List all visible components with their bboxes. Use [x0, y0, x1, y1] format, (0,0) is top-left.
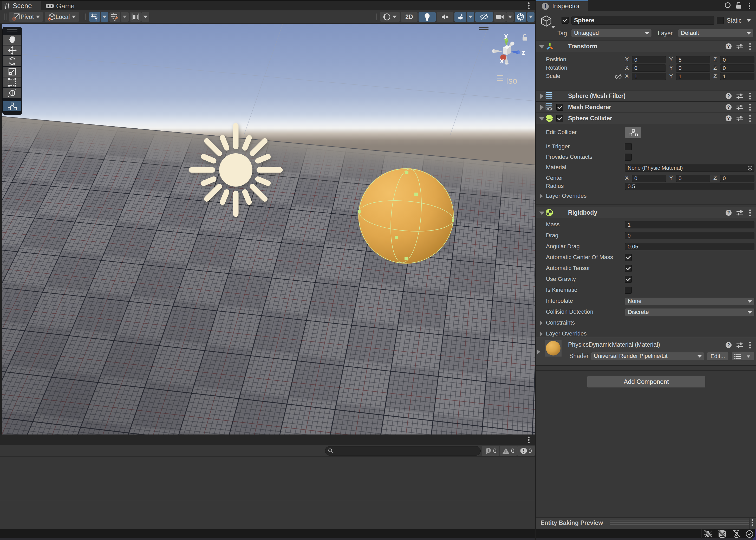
- svg-text:Y: Y: [95, 17, 97, 21]
- svg-text:z: z: [522, 49, 526, 57]
- svg-text:y: y: [504, 32, 508, 39]
- svg-text:x: x: [500, 57, 504, 65]
